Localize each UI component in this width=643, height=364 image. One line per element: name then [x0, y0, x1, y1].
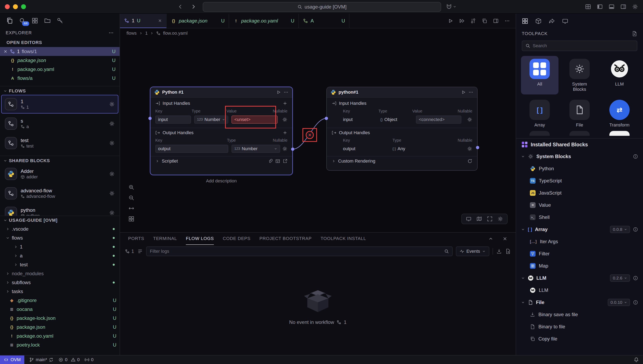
key-input-field[interactable]: input: [155, 116, 191, 124]
attach-icon[interactable]: [268, 159, 273, 164]
minimize-window-button[interactable]: [13, 4, 18, 9]
duplicate-icon[interactable]: [482, 18, 487, 24]
open-editor-item[interactable]: ! package.oo.yaml U: [0, 65, 120, 74]
panel-tab-code-deps[interactable]: CODE DEPS: [223, 233, 250, 245]
category-system-blocks[interactable]: System Blocks: [561, 56, 598, 94]
info-icon[interactable]: [633, 276, 638, 281]
files-icon[interactable]: [6, 18, 13, 24]
plus-icon[interactable]: [282, 130, 288, 135]
shared-block-python[interactable]: python python: [1, 204, 118, 216]
block-map[interactable]: Map: [516, 260, 643, 272]
category-transform[interactable]: ⇄ Transform: [601, 97, 638, 130]
folder-icon[interactable]: [44, 18, 51, 24]
ellipsis-icon[interactable]: [468, 90, 474, 95]
chevron-down-icon[interactable]: [3, 159, 7, 163]
run-all-icon[interactable]: [459, 18, 464, 24]
flow-item-1[interactable]: 1 1: [1, 95, 118, 114]
gear-icon[interactable]: [109, 121, 115, 126]
map-icon[interactable]: [476, 216, 482, 222]
type-select[interactable]: 123 Number: [232, 145, 280, 153]
tab-package-oo-yaml[interactable]: ! package.oo.yaml U: [229, 14, 299, 28]
log-list-icon[interactable]: [137, 248, 143, 254]
category-array[interactable]: [ ] Array: [521, 97, 558, 130]
zoom-out-icon[interactable]: [126, 193, 136, 203]
search-icon[interactable]: 44: [19, 18, 26, 24]
chevron-down-icon[interactable]: [3, 89, 7, 93]
key-input-field[interactable]: output: [155, 145, 228, 153]
command-center-search[interactable]: usage-guide [OVM]: [203, 2, 441, 12]
account-menu[interactable]: [446, 4, 456, 10]
branch-indicator[interactable]: main*: [27, 357, 56, 362]
maximize-window-button[interactable]: [21, 4, 26, 9]
play-icon[interactable]: [461, 90, 466, 95]
tree-folder-1[interactable]: 1: [0, 242, 120, 251]
tree-file-oocana[interactable]: ≣oocanaU: [0, 305, 120, 314]
open-editor-item[interactable]: 1 flows/1 U: [0, 47, 120, 56]
category-llm[interactable]: LLM: [601, 56, 638, 94]
block-binary-to-file[interactable]: Binary to file: [516, 321, 643, 333]
group-llm[interactable]: LLM 0.2.6: [516, 272, 643, 284]
block-binary-save-as-file[interactable]: Binary save as file: [516, 308, 643, 321]
gear-icon[interactable]: [109, 101, 115, 107]
version-select[interactable]: 0.0.8: [610, 226, 630, 233]
chevron-down-icon[interactable]: [3, 218, 7, 222]
events-filter-select[interactable]: Events: [456, 246, 489, 256]
flow-scope-selector[interactable]: 1: [125, 248, 134, 254]
monitor-icon[interactable]: [466, 216, 472, 222]
gear-icon[interactable]: [282, 117, 288, 122]
preview-icon[interactable]: [562, 18, 568, 24]
chevron-right-icon[interactable]: [155, 159, 159, 163]
open-editor-item[interactable]: A flows/a U: [0, 74, 120, 83]
open-editor-item[interactable]: {} package.json U: [0, 56, 120, 65]
block-shell[interactable]: >_Shell: [516, 211, 643, 223]
tree-folder-test[interactable]: test: [0, 260, 120, 269]
new-file-icon[interactable]: [632, 31, 637, 36]
close-icon[interactable]: [502, 236, 508, 242]
gear-icon[interactable]: [282, 146, 288, 152]
type-select[interactable]: 123 Number: [194, 116, 228, 124]
close-icon[interactable]: [158, 18, 162, 23]
open-external-icon[interactable]: [282, 159, 288, 164]
block-javascript[interactable]: JSJavaScript: [516, 187, 643, 199]
refresh-icon[interactable]: [468, 159, 472, 164]
tree-folder-node-modules[interactable]: node_modules: [0, 269, 120, 278]
shared-block-adder[interactable]: Adder adder: [1, 164, 118, 183]
tab-package-json[interactable]: {} package.json U: [167, 14, 229, 28]
ellipsis-icon[interactable]: [504, 18, 510, 24]
back-icon[interactable]: [178, 4, 183, 10]
zoom-in-icon[interactable]: [126, 182, 136, 192]
info-icon[interactable]: [633, 227, 638, 232]
info-icon[interactable]: [633, 154, 638, 159]
block-iter-args[interactable]: […]Iter Args: [516, 236, 643, 248]
key-icon[interactable]: [57, 18, 63, 24]
tree-folder-vscode[interactable]: .vscode: [0, 224, 120, 234]
chevron-right-icon[interactable]: [332, 159, 336, 163]
plus-icon[interactable]: [282, 101, 288, 106]
gear-icon[interactable]: [467, 117, 472, 122]
chevron-up-icon[interactable]: [488, 236, 494, 242]
block-python[interactable]: Python: [516, 162, 643, 175]
filter-logs-input[interactable]: [150, 249, 442, 254]
block-typescript[interactable]: TSTypeScript: [516, 175, 643, 187]
tree-file-package-oo-yaml[interactable]: !package.oo.yamlU: [0, 332, 120, 340]
split-editor-icon[interactable]: [493, 18, 499, 24]
close-icon[interactable]: [3, 49, 8, 54]
package-icon[interactable]: [535, 18, 542, 24]
node-python-hash-1[interactable]: python#1 Input Handles Key Type Value Nu…: [326, 87, 478, 171]
breadcrumb-flows[interactable]: flows: [126, 30, 137, 36]
settings-gear-icon[interactable]: [632, 4, 638, 10]
forward-icon[interactable]: [190, 4, 196, 10]
block-value[interactable]: =Value: [516, 199, 643, 211]
output-handle-dot[interactable]: [291, 148, 294, 151]
close-window-button[interactable]: [5, 4, 10, 9]
tree-file-poetry-lock[interactable]: ≣poetry.lockU: [0, 340, 120, 350]
block-llm[interactable]: LLM: [516, 284, 643, 296]
block-filter[interactable]: Filter: [516, 248, 643, 260]
tree-folder-flows[interactable]: flows: [0, 234, 120, 242]
group-array[interactable]: [ ] Array 0.0.8: [516, 223, 643, 236]
category-all[interactable]: All: [521, 56, 558, 94]
fit-width-icon[interactable]: [126, 204, 136, 213]
tree-file-package-lock[interactable]: {}package-lock.jsonU: [0, 314, 120, 323]
category-file[interactable]: File: [561, 97, 598, 130]
panel-left-icon[interactable]: [597, 4, 603, 10]
